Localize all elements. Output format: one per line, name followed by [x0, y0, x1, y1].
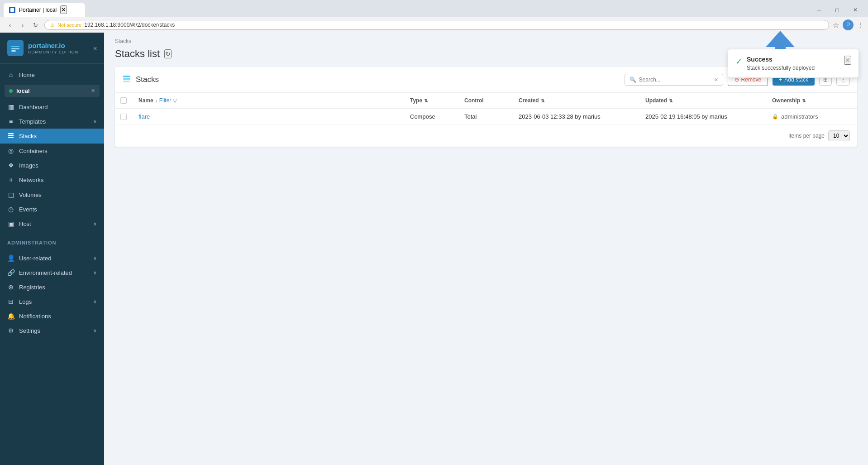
events-icon: ◷: [7, 206, 14, 213]
close-window-button[interactable]: ✕: [846, 4, 864, 16]
sidebar-item-networks[interactable]: ⌗ Networks: [0, 173, 104, 187]
search-icon: 🔍: [630, 77, 636, 83]
search-box[interactable]: 🔍 ✕: [625, 74, 723, 86]
logo-name: portainer.io: [28, 42, 78, 50]
svg-rect-7: [123, 78, 130, 80]
logs-icon: ⊟: [7, 298, 14, 305]
close-tab-button[interactable]: ✕: [60, 5, 67, 14]
sidebar-item-settings[interactable]: ⚙ Settings ∨: [0, 323, 104, 338]
environment-related-icon: 🔗: [7, 269, 14, 276]
row-updated-cell: 2025-02-19 16:48:05 by marius: [640, 113, 767, 120]
sidebar-item-dashboard[interactable]: ▦ Dashboard: [0, 100, 104, 114]
sort-icon: ⇅: [802, 98, 806, 103]
templates-icon: ≡: [7, 118, 14, 125]
sidebar-item-images[interactable]: ❖ Images: [0, 158, 104, 173]
pagination: Items per page 10 25 50: [115, 125, 857, 147]
reload-button[interactable]: ↻: [30, 19, 41, 30]
sidebar-item-environment-related[interactable]: 🔗 Environment-related ∨: [0, 265, 104, 280]
sort-desc-icon: ↓: [155, 98, 157, 103]
svg-rect-5: [8, 137, 14, 138]
main-nav: ⌂ Home local ✕ ▦ Dashboard ≡ Templates ∨: [0, 64, 104, 235]
env-close-icon[interactable]: ✕: [91, 88, 95, 94]
address-bar[interactable]: ⚠ Not secure 192.168.1.18:9000/#!/2/dock…: [44, 20, 829, 30]
containers-icon: ◎: [7, 147, 14, 154]
sidebar-item-label: Dashboard: [19, 104, 97, 110]
sidebar-item-label: Environment-related: [19, 269, 89, 276]
created-header[interactable]: Created ⇅: [513, 97, 640, 104]
svg-rect-3: [8, 133, 14, 134]
chevron-down-icon: ∨: [93, 119, 97, 125]
sort-icon: ⇅: [541, 98, 544, 103]
sidebar-collapse-button[interactable]: «: [93, 44, 97, 52]
main-content: Stacks Stacks list ↻ Stacks: [104, 33, 868, 465]
sidebar-item-user-related[interactable]: 👤 User-related ∨: [0, 251, 104, 265]
filter-button[interactable]: Filter ▽: [159, 97, 177, 104]
chevron-down-icon: ∨: [93, 328, 97, 334]
svg-rect-1: [11, 48, 19, 49]
sidebar-item-logs[interactable]: ⊟ Logs ∨: [0, 294, 104, 309]
row-ownership-cell: 🔒 administrators: [767, 113, 857, 120]
security-warning-icon: ⚠: [50, 22, 55, 28]
ownership-display: 🔒 administrators: [772, 113, 852, 120]
chevron-down-icon: ∨: [93, 270, 97, 276]
sidebar-item-events[interactable]: ◷ Events: [0, 202, 104, 216]
home-icon: ⌂: [7, 71, 14, 78]
sidebar-item-registries[interactable]: ⊛ Registries: [0, 280, 104, 294]
sidebar-item-templates[interactable]: ≡ Templates ∨: [0, 114, 104, 129]
sidebar-item-label: Stacks: [19, 133, 97, 139]
sidebar-environment[interactable]: local ✕: [0, 82, 104, 100]
toast-close-button[interactable]: ✕: [844, 56, 851, 65]
sidebar-item-label: User-related: [19, 255, 89, 262]
sidebar-item-label: Host: [19, 221, 89, 227]
svg-rect-0: [11, 46, 19, 47]
admin-nav: 👤 User-related ∨ 🔗 Environment-related ∨…: [0, 247, 104, 341]
settings-icon: ⚙: [7, 327, 14, 334]
sidebar: portainer.io COMMUNITY EDITION « ⌂ Home …: [0, 33, 104, 465]
svg-rect-4: [8, 135, 14, 136]
forward-button[interactable]: ›: [17, 19, 28, 30]
sidebar-item-volumes[interactable]: ◫ Volumes: [0, 187, 104, 202]
logo-sub: COMMUNITY EDITION: [28, 50, 78, 55]
back-button[interactable]: ‹: [5, 19, 15, 30]
env-name-label: local: [16, 87, 87, 94]
row-control-cell: Total: [459, 113, 513, 120]
type-header[interactable]: Type ⇅: [405, 97, 459, 104]
profile-avatar[interactable]: P: [843, 19, 854, 30]
name-header[interactable]: Name ↓ Filter ▽: [133, 97, 405, 104]
control-header: Control: [459, 97, 513, 104]
stacks-panel: Stacks 🔍 ✕ ⊖ Remove + Add stack: [115, 67, 857, 147]
browser-menu-button[interactable]: ⋮: [857, 21, 863, 29]
items-per-page-label: Items per page: [788, 133, 825, 139]
ownership-header[interactable]: Ownership ⇅: [767, 97, 857, 104]
created-header-label: Created: [519, 97, 539, 104]
row-checkbox[interactable]: [120, 114, 127, 120]
row-type-cell: Compose: [405, 113, 459, 120]
sidebar-item-host[interactable]: ▣ Host ∨: [0, 216, 104, 231]
toast-message: Stack successfully deployed: [747, 65, 839, 71]
sidebar-item-notifications[interactable]: 🔔 Notifications: [0, 309, 104, 323]
networks-icon: ⌗: [7, 176, 14, 184]
items-per-page-select[interactable]: 10 25 50: [828, 130, 850, 141]
sidebar-item-containers[interactable]: ◎ Containers: [0, 144, 104, 158]
stacks-icon: [7, 132, 14, 140]
refresh-button[interactable]: ↻: [164, 49, 172, 58]
sidebar-item-label: Volumes: [19, 192, 97, 198]
active-tab[interactable]: Portainer | local ✕: [4, 3, 85, 17]
search-input[interactable]: [639, 77, 711, 83]
minimize-button[interactable]: ─: [810, 4, 828, 16]
logo-text: portainer.io COMMUNITY EDITION: [28, 42, 78, 55]
sidebar-logo: portainer.io COMMUNITY EDITION «: [0, 33, 104, 64]
clear-search-icon[interactable]: ✕: [714, 77, 718, 83]
url-display: 192.168.1.18:9000/#!/2/docker/stacks: [84, 22, 175, 28]
row-name-cell: flare: [133, 113, 405, 120]
sidebar-item-label: Notifications: [19, 313, 97, 320]
svg-rect-6: [123, 76, 130, 77]
updated-header[interactable]: Updated ⇅: [640, 97, 767, 104]
row-select-cell: [115, 114, 133, 120]
select-all-checkbox[interactable]: [120, 97, 127, 104]
sidebar-item-stacks[interactable]: Stacks: [0, 129, 104, 144]
sidebar-item-home[interactable]: ⌂ Home: [0, 67, 104, 82]
restore-button[interactable]: ◻: [828, 4, 846, 16]
bookmark-button[interactable]: ☆: [833, 21, 839, 29]
stack-name-link[interactable]: flare: [138, 113, 150, 120]
